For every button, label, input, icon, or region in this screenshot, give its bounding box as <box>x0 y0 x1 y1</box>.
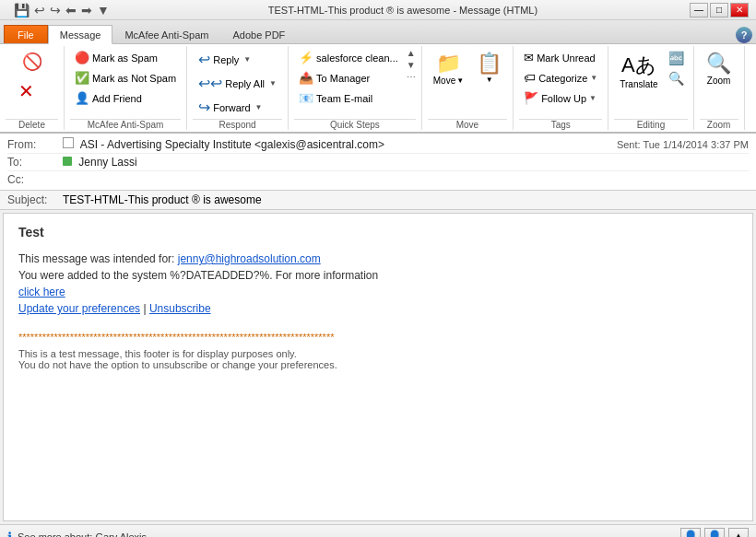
rules-icon: 📋 <box>477 52 502 76</box>
respond-buttons: ↩ Reply ▼ ↩↩ Reply All ▼ ↪ Forward ▼ <box>194 48 281 119</box>
ignore-button[interactable]: 🚫 <box>17 48 48 76</box>
help-button[interactable]: ? <box>736 27 752 43</box>
categorize-dropdown-icon[interactable]: ▼ <box>590 74 597 82</box>
dropdown-icon[interactable]: ▼ <box>96 2 111 18</box>
to-field: To: Jenny Lassi <box>7 154 749 171</box>
people-btn-1[interactable]: 👤 <box>680 528 701 538</box>
tags-group-content: ✉ Mark Unread 🏷 Categorize ▼ 🚩 Follow Up… <box>519 48 602 119</box>
email-divider: ****************************************… <box>18 332 738 343</box>
delete-button[interactable]: ✕ <box>14 77 51 105</box>
edit-btn-1[interactable]: 🔤 <box>666 48 688 68</box>
cc-field: Cc: <box>7 171 749 188</box>
redo-icon[interactable]: ↪ <box>49 2 62 18</box>
title-bar-left: 💾 ↩ ↪ ⬅ ➡ ▼ <box>7 2 116 18</box>
from-value: ASI - Advertising Specialty Institute <g… <box>63 137 384 151</box>
ribbon-tabs: File Message McAfee Anti-Spam Adobe PDF … <box>0 20 756 44</box>
to-manager-button[interactable]: 📤 To Manager <box>294 68 403 88</box>
salesforce-button[interactable]: ⚡ salesforce clean... <box>294 48 403 67</box>
group-respond: ↩ Reply ▼ ↩↩ Reply All ▼ ↪ Forward ▼ Res… <box>187 46 289 130</box>
salesforce-label: salesforce clean... <box>316 53 398 64</box>
tab-file[interactable]: File <box>4 25 48 43</box>
status-arrow-btn[interactable]: ▲ <box>728 528 749 538</box>
from-name: ASI - Advertising Specialty Institute <box>80 138 252 151</box>
subject-value: TEST-HTML-This product ® is awesome <box>63 193 262 206</box>
close-button[interactable]: ✕ <box>730 3 749 18</box>
tags-buttons: ✉ Mark Unread 🏷 Categorize ▼ 🚩 Follow Up… <box>519 48 602 108</box>
zoom-button[interactable]: 🔍 Zoom <box>701 48 738 89</box>
reply-all-dropdown-icon[interactable]: ▼ <box>269 79 277 88</box>
save-icon[interactable]: 💾 <box>13 2 30 18</box>
move-icon: 📁 <box>436 52 461 76</box>
undo-icon[interactable]: ↩ <box>33 2 46 18</box>
team-email-icon: 📧 <box>299 91 313 105</box>
team-email-button[interactable]: 📧 Team E-mail <box>294 88 403 108</box>
follow-up-button[interactable]: 🚩 Follow Up ▼ <box>519 88 602 108</box>
quick-access-toolbar: 💾 ↩ ↪ ⬅ ➡ ▼ <box>7 2 116 18</box>
unsubscribe-link[interactable]: Unsubscribe <box>149 302 211 315</box>
intended-text: This message was intended for: <box>18 252 178 265</box>
mark-not-spam-button[interactable]: ✅ Mark as Not Spam <box>70 68 181 88</box>
quicksteps-group-content: ⚡ salesforce clean... 📤 To Manager 📧 Tea… <box>294 48 416 119</box>
mark-unread-label: Mark Unread <box>537 53 596 64</box>
move-dropdown-icon[interactable]: ▼ <box>456 76 464 85</box>
to-name: Jenny Lassi <box>78 156 136 169</box>
reply-icon: ↩ <box>198 51 210 68</box>
translate-icon: Aあ <box>621 52 656 79</box>
categorize-button[interactable]: 🏷 Categorize ▼ <box>519 68 602 88</box>
click-here-link[interactable]: click here <box>18 286 65 298</box>
antispam-group-content: 🔴 Mark as Spam ✅ Mark as Not Spam 👤 Add … <box>70 48 181 119</box>
mark-not-spam-label: Mark as Not Spam <box>92 73 176 84</box>
forward-button[interactable]: ↪ Forward ▼ <box>194 96 281 119</box>
forward-icon[interactable]: ➡ <box>80 2 93 18</box>
sent-label: Sent: <box>617 139 641 150</box>
add-friend-button[interactable]: 👤 Add Friend <box>70 88 181 108</box>
quicksteps-up-icon[interactable]: ▲ <box>407 48 416 58</box>
reply-dropdown-icon[interactable]: ▼ <box>243 55 251 64</box>
categorize-icon: 🏷 <box>524 71 536 85</box>
from-label: From: <box>7 138 63 151</box>
from-checkbox[interactable] <box>63 137 74 148</box>
not-spam-icon: ✅ <box>75 71 89 85</box>
move-group-label: Move <box>428 119 507 130</box>
update-prefs-link[interactable]: Update your preferences <box>18 302 140 315</box>
status-bar: ℹ See more about: Gary Alexis. 👤 👤 ▲ <box>0 524 756 537</box>
follow-up-dropdown-icon[interactable]: ▼ <box>589 94 597 102</box>
people-btn-2[interactable]: 👤 <box>704 528 725 538</box>
mark-spam-button[interactable]: 🔴 Mark as Spam <box>70 48 181 67</box>
tab-message[interactable]: Message <box>48 25 113 44</box>
forward-dropdown-icon[interactable]: ▼ <box>255 103 263 111</box>
ribbon: 🚫 ✕ Delete 🔴 Mark as Spam ✅ Mark as Not … <box>0 44 756 134</box>
translate-button[interactable]: Aあ Translate <box>614 48 663 93</box>
maximize-button[interactable]: □ <box>710 3 728 18</box>
respond-group-label: Respond <box>193 119 282 130</box>
pipe-separator: | <box>140 302 149 315</box>
minimize-button[interactable]: — <box>690 3 708 18</box>
team-email-label: Team E-mail <box>316 93 372 104</box>
move-button[interactable]: 📁 Move ▼ <box>428 48 469 89</box>
group-antispam: 🔴 Mark as Spam ✅ Mark as Not Spam 👤 Add … <box>65 46 187 130</box>
editing-group-label: Editing <box>614 119 687 130</box>
reply-label: Reply <box>213 54 239 65</box>
rules-dropdown-icon[interactable]: ▼ <box>486 76 493 84</box>
reply-button[interactable]: ↩ Reply ▼ <box>194 48 281 71</box>
delete-icon: ✕ <box>18 80 34 102</box>
email-body[interactable]: Test This message was intended for: jenn… <box>3 213 753 521</box>
reply-all-button[interactable]: ↩↩ Reply All ▼ <box>194 72 281 95</box>
add-friend-label: Add Friend <box>92 93 142 104</box>
translate-label: Translate <box>620 79 657 89</box>
back-icon[interactable]: ⬅ <box>65 2 77 18</box>
tab-antispam[interactable]: McAfee Anti-Spam <box>112 25 220 43</box>
rules-button[interactable]: 📋 ▼ <box>471 48 507 89</box>
quicksteps-down-icon[interactable]: ▼ <box>407 60 416 70</box>
edit-icon-2: 🔍 <box>668 71 684 86</box>
mark-unread-button[interactable]: ✉ Mark Unread <box>519 48 602 67</box>
email-address-link[interactable]: jenny@highroadsolution.com <box>178 252 321 265</box>
edit-icon-1: 🔤 <box>668 51 684 65</box>
tab-pdf[interactable]: Adobe PDF <box>220 25 297 43</box>
status-right: 👤 👤 ▲ <box>680 528 749 538</box>
group-tags: ✉ Mark Unread 🏷 Categorize ▼ 🚩 Follow Up… <box>514 46 608 130</box>
delete-group-content: 🚫 ✕ <box>14 48 51 119</box>
edit-btn-2[interactable]: 🔍 <box>666 68 688 88</box>
mark-spam-label: Mark as Spam <box>92 53 158 64</box>
quicksteps-more-icon[interactable]: ⋯ <box>407 72 416 82</box>
